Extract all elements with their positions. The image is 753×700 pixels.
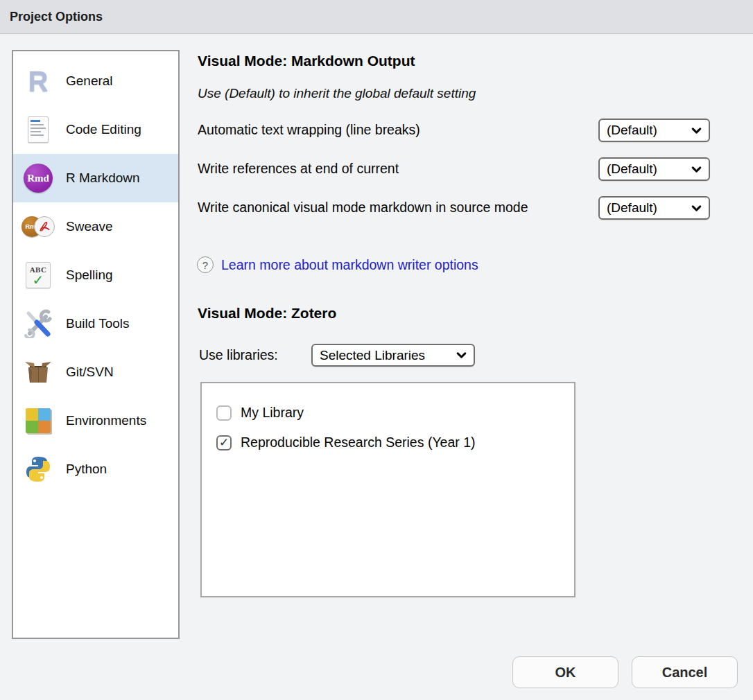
sidebar-item-label: Build Tools bbox=[66, 316, 130, 331]
sidebar-item-python[interactable]: Python bbox=[13, 445, 178, 493]
write-references-select[interactable]: (Default) bbox=[598, 157, 710, 181]
use-libraries-label: Use libraries: bbox=[199, 347, 278, 363]
chevron-down-icon bbox=[691, 164, 702, 175]
chevron-down-icon bbox=[691, 202, 702, 214]
rmarkdown-icon: Rmd bbox=[21, 161, 55, 195]
sidebar-item-label: Python bbox=[66, 462, 107, 477]
python-icon bbox=[21, 453, 55, 486]
environments-icon bbox=[21, 404, 55, 437]
option-label-text-wrapping: Automatic text wrapping (line breaks) bbox=[198, 120, 580, 139]
select-value: (Default) bbox=[607, 123, 657, 138]
select-value: Selected Libraries bbox=[320, 348, 425, 363]
sidebar-item-label: Git/SVN bbox=[66, 365, 114, 380]
option-label-write-references: Write references at end of current bbox=[198, 159, 580, 178]
sidebar-item-general[interactable]: R General bbox=[13, 57, 178, 105]
library-row-reproducible-research: ✓ Reproducible Research Series (Year 1) bbox=[216, 428, 574, 457]
pdf-glyph bbox=[37, 220, 51, 234]
cancel-button[interactable]: Cancel bbox=[632, 656, 738, 688]
sidebar-item-label: Spelling bbox=[66, 268, 113, 283]
sidebar-item-build-tools[interactable]: Build Tools bbox=[13, 299, 178, 348]
library-label: Reproducible Research Series (Year 1) bbox=[241, 435, 476, 450]
window-title: Project Options bbox=[10, 10, 103, 24]
help-link-row: ? Learn more about markdown writer optio… bbox=[197, 256, 478, 273]
spelling-icon: ABC ✓ bbox=[21, 259, 55, 292]
zotero-libraries-listbox: My Library ✓ Reproducible Research Serie… bbox=[200, 382, 575, 597]
sidebar-item-git-svn[interactable]: Git/SVN bbox=[13, 348, 178, 396]
sidebar-item-label: Code Editing bbox=[66, 122, 141, 137]
reproducible-research-checkbox[interactable]: ✓ bbox=[216, 435, 232, 450]
window-titlebar: Project Options bbox=[0, 0, 753, 34]
option-label-canonical-markdown: Write canonical visual mode markdown in … bbox=[198, 198, 580, 217]
category-sidebar: R General Code Editing Rmd R Markdown Rn… bbox=[12, 50, 180, 639]
help-question-icon[interactable]: ? bbox=[197, 256, 214, 273]
sidebar-item-spelling[interactable]: ABC ✓ Spelling bbox=[13, 251, 178, 299]
sidebar-item-r-markdown[interactable]: Rmd R Markdown bbox=[13, 154, 178, 202]
section-title-markdown-output: Visual Mode: Markdown Output bbox=[198, 53, 415, 69]
sidebar-item-code-editing[interactable]: Code Editing bbox=[13, 105, 178, 154]
sidebar-item-label: Sweave bbox=[66, 219, 113, 234]
my-library-checkbox[interactable] bbox=[216, 405, 232, 421]
build-tools-icon bbox=[21, 307, 55, 340]
library-row-my-library: My Library bbox=[216, 398, 574, 428]
section-title-zotero: Visual Mode: Zotero bbox=[198, 305, 336, 322]
select-value: (Default) bbox=[607, 200, 657, 216]
library-label: My Library bbox=[241, 405, 304, 421]
use-libraries-select[interactable]: Selected Libraries bbox=[311, 344, 475, 367]
default-inherit-note: Use (Default) to inherit the global defa… bbox=[198, 86, 476, 101]
r-logo-icon: R bbox=[21, 64, 55, 98]
markdown-writer-help-link[interactable]: Learn more about markdown writer options bbox=[221, 257, 478, 273]
canonical-markdown-select[interactable]: (Default) bbox=[598, 196, 710, 220]
sidebar-item-label: R Markdown bbox=[66, 170, 140, 186]
chevron-down-icon bbox=[456, 349, 467, 361]
select-value: (Default) bbox=[607, 161, 657, 177]
sidebar-item-sweave[interactable]: Rnw Sweave bbox=[13, 202, 178, 251]
sidebar-item-label: General bbox=[66, 73, 113, 89]
sidebar-item-environments[interactable]: Environments bbox=[13, 396, 178, 445]
sweave-icon: Rnw bbox=[21, 210, 55, 243]
git-svn-icon bbox=[21, 356, 55, 389]
ok-button[interactable]: OK bbox=[512, 656, 618, 688]
chevron-down-icon bbox=[691, 125, 702, 137]
sidebar-item-label: Environments bbox=[66, 413, 146, 428]
text-wrapping-select[interactable]: (Default) bbox=[598, 119, 710, 142]
code-editing-icon bbox=[21, 113, 55, 146]
